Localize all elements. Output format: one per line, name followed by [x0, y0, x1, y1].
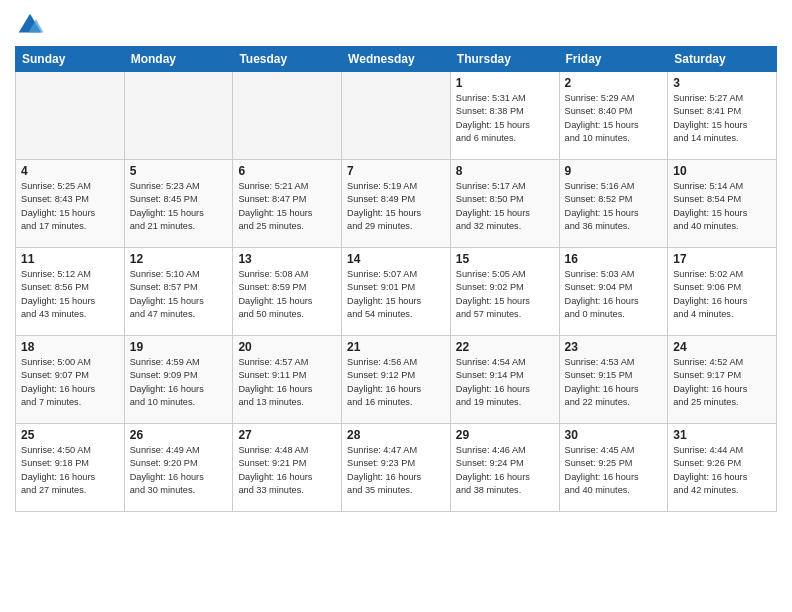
day-detail: Sunrise: 4:53 AM Sunset: 9:15 PM Dayligh…	[565, 356, 663, 409]
day-number: 10	[673, 164, 771, 178]
calendar-weekday-wednesday: Wednesday	[342, 47, 451, 72]
page: SundayMondayTuesdayWednesdayThursdayFrid…	[0, 0, 792, 612]
calendar-cell: 31Sunrise: 4:44 AM Sunset: 9:26 PM Dayli…	[668, 424, 777, 512]
day-number: 11	[21, 252, 119, 266]
day-number: 23	[565, 340, 663, 354]
calendar-cell: 7Sunrise: 5:19 AM Sunset: 8:49 PM Daylig…	[342, 160, 451, 248]
calendar-table: SundayMondayTuesdayWednesdayThursdayFrid…	[15, 46, 777, 512]
day-detail: Sunrise: 4:52 AM Sunset: 9:17 PM Dayligh…	[673, 356, 771, 409]
day-number: 28	[347, 428, 445, 442]
day-detail: Sunrise: 5:19 AM Sunset: 8:49 PM Dayligh…	[347, 180, 445, 233]
day-detail: Sunrise: 4:56 AM Sunset: 9:12 PM Dayligh…	[347, 356, 445, 409]
calendar-cell	[16, 72, 125, 160]
calendar-week-row: 1Sunrise: 5:31 AM Sunset: 8:38 PM Daylig…	[16, 72, 777, 160]
day-number: 6	[238, 164, 336, 178]
calendar-cell: 25Sunrise: 4:50 AM Sunset: 9:18 PM Dayli…	[16, 424, 125, 512]
day-detail: Sunrise: 4:44 AM Sunset: 9:26 PM Dayligh…	[673, 444, 771, 497]
day-detail: Sunrise: 4:45 AM Sunset: 9:25 PM Dayligh…	[565, 444, 663, 497]
day-number: 27	[238, 428, 336, 442]
day-detail: Sunrise: 4:54 AM Sunset: 9:14 PM Dayligh…	[456, 356, 554, 409]
day-number: 26	[130, 428, 228, 442]
day-number: 24	[673, 340, 771, 354]
day-detail: Sunrise: 4:47 AM Sunset: 9:23 PM Dayligh…	[347, 444, 445, 497]
calendar-cell: 2Sunrise: 5:29 AM Sunset: 8:40 PM Daylig…	[559, 72, 668, 160]
calendar-cell	[233, 72, 342, 160]
calendar-cell: 24Sunrise: 4:52 AM Sunset: 9:17 PM Dayli…	[668, 336, 777, 424]
calendar-cell: 13Sunrise: 5:08 AM Sunset: 8:59 PM Dayli…	[233, 248, 342, 336]
calendar-cell: 27Sunrise: 4:48 AM Sunset: 9:21 PM Dayli…	[233, 424, 342, 512]
day-number: 13	[238, 252, 336, 266]
calendar-cell	[124, 72, 233, 160]
calendar-week-row: 11Sunrise: 5:12 AM Sunset: 8:56 PM Dayli…	[16, 248, 777, 336]
calendar-weekday-monday: Monday	[124, 47, 233, 72]
day-number: 31	[673, 428, 771, 442]
day-number: 8	[456, 164, 554, 178]
day-number: 4	[21, 164, 119, 178]
day-detail: Sunrise: 5:16 AM Sunset: 8:52 PM Dayligh…	[565, 180, 663, 233]
calendar-cell: 20Sunrise: 4:57 AM Sunset: 9:11 PM Dayli…	[233, 336, 342, 424]
calendar-cell: 15Sunrise: 5:05 AM Sunset: 9:02 PM Dayli…	[450, 248, 559, 336]
day-number: 30	[565, 428, 663, 442]
day-detail: Sunrise: 5:17 AM Sunset: 8:50 PM Dayligh…	[456, 180, 554, 233]
calendar-week-row: 18Sunrise: 5:00 AM Sunset: 9:07 PM Dayli…	[16, 336, 777, 424]
day-detail: Sunrise: 5:29 AM Sunset: 8:40 PM Dayligh…	[565, 92, 663, 145]
calendar-cell: 4Sunrise: 5:25 AM Sunset: 8:43 PM Daylig…	[16, 160, 125, 248]
day-number: 15	[456, 252, 554, 266]
day-number: 19	[130, 340, 228, 354]
day-number: 7	[347, 164, 445, 178]
day-detail: Sunrise: 4:46 AM Sunset: 9:24 PM Dayligh…	[456, 444, 554, 497]
day-detail: Sunrise: 5:31 AM Sunset: 8:38 PM Dayligh…	[456, 92, 554, 145]
day-number: 20	[238, 340, 336, 354]
day-detail: Sunrise: 4:49 AM Sunset: 9:20 PM Dayligh…	[130, 444, 228, 497]
calendar-cell: 12Sunrise: 5:10 AM Sunset: 8:57 PM Dayli…	[124, 248, 233, 336]
calendar-cell	[342, 72, 451, 160]
day-number: 22	[456, 340, 554, 354]
calendar-weekday-friday: Friday	[559, 47, 668, 72]
calendar-cell: 19Sunrise: 4:59 AM Sunset: 9:09 PM Dayli…	[124, 336, 233, 424]
day-number: 1	[456, 76, 554, 90]
logo-icon	[15, 10, 45, 40]
calendar-cell: 11Sunrise: 5:12 AM Sunset: 8:56 PM Dayli…	[16, 248, 125, 336]
day-detail: Sunrise: 4:50 AM Sunset: 9:18 PM Dayligh…	[21, 444, 119, 497]
calendar-weekday-saturday: Saturday	[668, 47, 777, 72]
day-detail: Sunrise: 4:59 AM Sunset: 9:09 PM Dayligh…	[130, 356, 228, 409]
day-detail: Sunrise: 5:23 AM Sunset: 8:45 PM Dayligh…	[130, 180, 228, 233]
calendar-cell: 14Sunrise: 5:07 AM Sunset: 9:01 PM Dayli…	[342, 248, 451, 336]
calendar-header-row: SundayMondayTuesdayWednesdayThursdayFrid…	[16, 47, 777, 72]
day-number: 29	[456, 428, 554, 442]
calendar-cell: 5Sunrise: 5:23 AM Sunset: 8:45 PM Daylig…	[124, 160, 233, 248]
day-number: 12	[130, 252, 228, 266]
day-detail: Sunrise: 5:12 AM Sunset: 8:56 PM Dayligh…	[21, 268, 119, 321]
calendar-cell: 21Sunrise: 4:56 AM Sunset: 9:12 PM Dayli…	[342, 336, 451, 424]
calendar-cell: 22Sunrise: 4:54 AM Sunset: 9:14 PM Dayli…	[450, 336, 559, 424]
day-number: 18	[21, 340, 119, 354]
day-number: 21	[347, 340, 445, 354]
logo	[15, 10, 49, 40]
day-detail: Sunrise: 5:00 AM Sunset: 9:07 PM Dayligh…	[21, 356, 119, 409]
day-detail: Sunrise: 5:21 AM Sunset: 8:47 PM Dayligh…	[238, 180, 336, 233]
calendar-cell: 8Sunrise: 5:17 AM Sunset: 8:50 PM Daylig…	[450, 160, 559, 248]
day-number: 5	[130, 164, 228, 178]
calendar-cell: 6Sunrise: 5:21 AM Sunset: 8:47 PM Daylig…	[233, 160, 342, 248]
calendar-cell: 17Sunrise: 5:02 AM Sunset: 9:06 PM Dayli…	[668, 248, 777, 336]
calendar-weekday-thursday: Thursday	[450, 47, 559, 72]
day-detail: Sunrise: 5:10 AM Sunset: 8:57 PM Dayligh…	[130, 268, 228, 321]
day-detail: Sunrise: 4:48 AM Sunset: 9:21 PM Dayligh…	[238, 444, 336, 497]
calendar-weekday-tuesday: Tuesday	[233, 47, 342, 72]
day-detail: Sunrise: 5:03 AM Sunset: 9:04 PM Dayligh…	[565, 268, 663, 321]
day-number: 3	[673, 76, 771, 90]
calendar-week-row: 25Sunrise: 4:50 AM Sunset: 9:18 PM Dayli…	[16, 424, 777, 512]
header	[15, 10, 777, 40]
calendar-cell: 3Sunrise: 5:27 AM Sunset: 8:41 PM Daylig…	[668, 72, 777, 160]
calendar-week-row: 4Sunrise: 5:25 AM Sunset: 8:43 PM Daylig…	[16, 160, 777, 248]
calendar-cell: 30Sunrise: 4:45 AM Sunset: 9:25 PM Dayli…	[559, 424, 668, 512]
calendar-cell: 26Sunrise: 4:49 AM Sunset: 9:20 PM Dayli…	[124, 424, 233, 512]
calendar-cell: 23Sunrise: 4:53 AM Sunset: 9:15 PM Dayli…	[559, 336, 668, 424]
calendar-cell: 10Sunrise: 5:14 AM Sunset: 8:54 PM Dayli…	[668, 160, 777, 248]
day-number: 9	[565, 164, 663, 178]
day-detail: Sunrise: 5:02 AM Sunset: 9:06 PM Dayligh…	[673, 268, 771, 321]
day-number: 25	[21, 428, 119, 442]
day-detail: Sunrise: 5:08 AM Sunset: 8:59 PM Dayligh…	[238, 268, 336, 321]
calendar-weekday-sunday: Sunday	[16, 47, 125, 72]
day-detail: Sunrise: 5:05 AM Sunset: 9:02 PM Dayligh…	[456, 268, 554, 321]
